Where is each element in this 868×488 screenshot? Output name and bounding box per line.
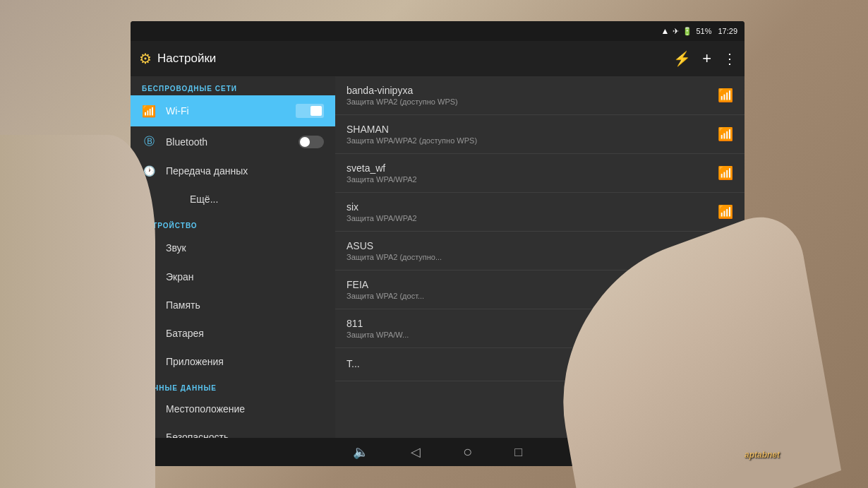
wifi-network-info: FEIA Защита WPA2 (дост... xyxy=(346,279,424,300)
watermark: aptabnet xyxy=(745,450,780,460)
toolbar: ⚙ Настройки ⚡ + ⋮ xyxy=(131,41,745,76)
toolbar-title-group: ⚙ Настройки xyxy=(139,50,216,67)
wifi-network-detail: Защита WPA/WPA2 xyxy=(346,175,417,184)
tablet-frame: ▲ ✈ 🔋 51% 17:29 ⚙ Настройки ⚡ + ⋮ xyxy=(0,0,868,488)
wifi-signal-icon: 📶 xyxy=(718,126,733,142)
settings-gear-icon: ⚙ xyxy=(139,50,152,67)
wifi-network-info: ASUS Защита WPA2 (доступно... xyxy=(346,240,442,261)
wifi-network-item[interactable]: banda-vinipyxa Защита WPA2 (доступно WPS… xyxy=(335,76,745,115)
sidebar-item-battery[interactable]: 🔒 Батарея xyxy=(131,319,335,347)
toolbar-title-text: Настройки xyxy=(157,52,216,66)
status-bar: ▲ ✈ 🔋 51% 17:29 xyxy=(131,21,745,41)
bluetooth-icon: Ⓑ xyxy=(142,135,156,148)
sidebar-item-more[interactable]: Ещё... xyxy=(131,185,335,213)
add-button[interactable]: + xyxy=(702,49,711,68)
wifi-network-info: SHAMAN Защита WPA/WPA2 (доступно WPS) xyxy=(346,124,477,145)
wifi-network-name: sveta_wf xyxy=(346,162,417,174)
airplane-icon: ✈ xyxy=(673,27,679,36)
more-label: Ещё... xyxy=(166,194,218,205)
battery-percent: 51% xyxy=(696,27,711,35)
wifi-toggle-knob xyxy=(311,106,322,116)
screen-label: Экран xyxy=(166,271,194,282)
watermark-text: aptabnet xyxy=(745,450,780,460)
wifi-network-detail: Защита WPA/WPA2 xyxy=(346,214,417,222)
clock: 17:29 xyxy=(718,27,737,35)
section-personal-label: ЛИЧНЫЕ ДАННЫЕ xyxy=(131,376,335,395)
sidebar-item-memory[interactable]: ☰ Память xyxy=(131,291,335,319)
wifi-signal-icon: 📶 xyxy=(718,88,733,103)
sound-label: Звук xyxy=(166,242,186,254)
wifi-network-detail: Защита WPA/WPA2 (доступно WPS) xyxy=(346,136,477,145)
left-hand xyxy=(0,135,155,488)
sidebar-item-location[interactable]: 📍 Местоположение xyxy=(131,395,335,423)
wifi-network-detail: Защита WPA2 (доступно... xyxy=(346,253,442,261)
wifi-signal-icon: 📶 xyxy=(718,204,733,220)
sidebar-item-data[interactable]: 🕐 Передача данных xyxy=(131,157,335,185)
apps-label: Приложения xyxy=(166,356,224,367)
toolbar-actions: ⚡ + ⋮ xyxy=(673,49,737,68)
back-button[interactable]: ◁ xyxy=(411,444,421,460)
wifi-signal-icon: 📶 xyxy=(718,165,733,181)
section-device-label: УСТРОЙСТВО xyxy=(131,213,335,232)
sidebar-item-security[interactable]: 🔒 Безопасность xyxy=(131,423,335,438)
more-menu-button[interactable]: ⋮ xyxy=(723,50,737,67)
wifi-status-icon: ▲ xyxy=(661,26,670,36)
battery-icon: 🔋 xyxy=(682,27,692,36)
data-label: Передача данных xyxy=(166,165,248,177)
sidebar-item-screen[interactable]: ⊙ Экран xyxy=(131,263,335,291)
bluetooth-label: Bluetooth xyxy=(166,136,207,148)
section-wireless-label: БЕСПРОВОДНЫЕ СЕТИ xyxy=(131,76,335,95)
wifi-network-item[interactable]: sveta_wf Защита WPA/WPA2 📶 xyxy=(335,154,745,193)
wifi-network-name: SHAMAN xyxy=(346,124,477,135)
wifi-network-info: T... xyxy=(346,358,360,371)
bluetooth-toggle[interactable] xyxy=(299,136,324,148)
wifi-network-info: banda-vinipyxa Защита WPA2 (доступно WPS… xyxy=(346,85,458,106)
sidebar: БЕСПРОВОДНЫЕ СЕТИ 📶 Wi-Fi Ⓑ Bluetooth xyxy=(131,76,335,438)
status-icons: ▲ ✈ 🔋 51% 17:29 xyxy=(661,26,737,36)
bolt-icon[interactable]: ⚡ xyxy=(673,50,691,67)
wifi-toggle[interactable] xyxy=(296,104,324,118)
sidebar-item-wifi[interactable]: 📶 Wi-Fi xyxy=(131,95,335,126)
home-button[interactable]: ○ xyxy=(463,443,472,461)
battery-label: Батарея xyxy=(166,328,204,339)
wifi-network-info: six Защита WPA/WPA2 xyxy=(346,201,417,222)
wifi-network-detail: Защита WPA/W... xyxy=(346,331,409,339)
wifi-network-name: 811 xyxy=(346,318,409,329)
wifi-network-info: 811 Защита WPA/W... xyxy=(346,318,409,339)
wifi-network-name: banda-vinipyxa xyxy=(346,85,458,96)
wifi-network-item[interactable]: six Защита WPA/WPA2 📶 xyxy=(335,193,745,232)
recent-apps-button[interactable]: □ xyxy=(514,445,522,460)
sidebar-item-sound[interactable]: 🔊 Звук xyxy=(131,232,335,263)
wifi-network-name: six xyxy=(346,201,417,213)
wifi-network-detail: Защита WPA2 (доступно WPS) xyxy=(346,97,458,106)
wifi-icon: 📶 xyxy=(142,105,156,118)
location-label: Местоположение xyxy=(166,403,245,415)
wifi-network-item[interactable]: SHAMAN Защита WPA/WPA2 (доступно WPS) 📶 xyxy=(335,115,745,154)
memory-label: Память xyxy=(166,299,200,311)
wifi-network-name: T... xyxy=(346,358,360,369)
sidebar-item-bluetooth[interactable]: Ⓑ Bluetooth xyxy=(131,126,335,157)
wifi-network-detail: Защита WPA2 (дост... xyxy=(346,292,424,300)
sidebar-item-apps[interactable]: 🖼 Приложения xyxy=(131,347,335,376)
volume-button[interactable]: 🔈 xyxy=(353,444,368,460)
wifi-label: Wi-Fi xyxy=(166,105,189,117)
wifi-network-info: sveta_wf Защита WPA/WPA2 xyxy=(346,162,417,184)
wifi-network-name: FEIA xyxy=(346,279,424,290)
wifi-network-name: ASUS xyxy=(346,240,442,251)
security-label: Безопасность xyxy=(166,432,229,438)
